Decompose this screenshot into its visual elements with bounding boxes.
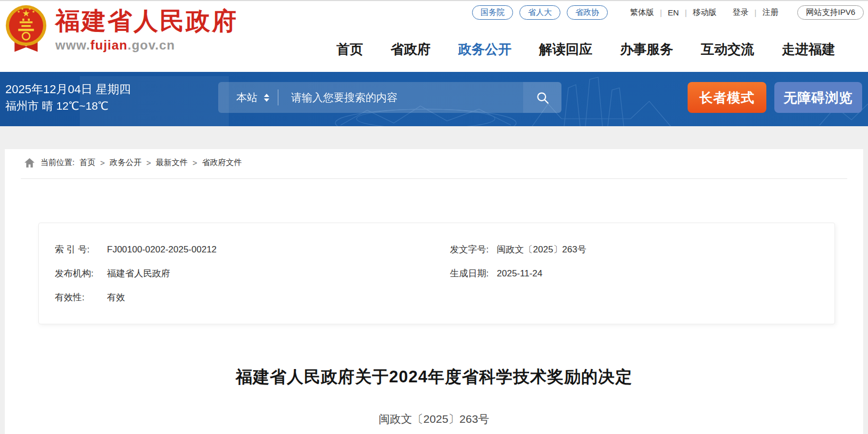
breadcrumb: 当前位置: 首页 > 政务公开 > 最新文件 > 省政府文件 — [5, 149, 863, 168]
link-state-council[interactable]: 国务院 — [472, 5, 513, 20]
docnum-label: 发文字号: — [450, 243, 497, 256]
content-card: 当前位置: 首页 > 政务公开 > 最新文件 > 省政府文件 索 引 号: FJ… — [5, 149, 863, 434]
validity-value: 有效 — [107, 291, 125, 304]
docnum-value: 闽政文〔2025〕263号 — [497, 243, 586, 256]
search-scope-value: 本站 — [236, 91, 258, 105]
search-icon — [535, 91, 550, 105]
doc-info-issuer: 发布机构: 福建省人民政府 — [39, 261, 429, 285]
nav-interaction[interactable]: 互动交流 — [701, 40, 754, 58]
current-date: 2025年12月04日 星期四 — [5, 81, 131, 97]
search-scope-select[interactable]: 本站 — [236, 91, 269, 105]
doc-info-docnum: 发文字号: 闽政文〔2025〕263号 — [429, 238, 834, 261]
doc-info-index: 索 引 号: FJ00100-0202-2025-00212 — [39, 238, 429, 261]
doc-info-validity: 有效性: 有效 — [39, 285, 429, 309]
issuer-label: 发布机构: — [55, 267, 107, 280]
nav-provincial-government[interactable]: 省政府 — [391, 40, 431, 58]
search-input[interactable] — [278, 82, 523, 113]
search-button[interactable] — [523, 82, 561, 113]
page: 福建省人民政府 www.fujian.gov.cn 国务院 省人大 省政协 繁体… — [0, 0, 868, 434]
doc-info-box: 索 引 号: FJ00100-0202-2025-00212 发文字号: 闽政文… — [38, 223, 835, 324]
register-link[interactable]: 注册 — [762, 7, 778, 18]
main-nav: 首页 省政府 政务公开 解读回应 办事服务 互动交流 走进福建 — [336, 40, 835, 58]
weather-info: 福州市 晴 12℃~18℃ — [5, 99, 131, 113]
gray-strip — [0, 126, 868, 149]
select-arrows-icon — [264, 94, 269, 102]
site-url: www.fujian.gov.cn — [55, 38, 238, 53]
site-header: 福建省人民政府 www.fujian.gov.cn 国务院 省人大 省政协 繁体… — [0, 0, 868, 72]
national-emblem-icon — [5, 4, 47, 55]
accessibility-button[interactable]: 无障碍浏览 — [774, 82, 862, 113]
doc-info-empty-cell — [429, 285, 834, 309]
search-bar: 本站 — [218, 82, 561, 113]
banner: 2025年12月04日 星期四 福州市 晴 12℃~18℃ 本站 长者模式 无障… — [0, 72, 868, 126]
index-value: FJ00100-0202-2025-00212 — [107, 244, 217, 255]
issuer-value: 福建省人民政府 — [107, 267, 170, 280]
link-mobile-version[interactable]: 移动版 — [693, 7, 717, 18]
nav-government-disclosure[interactable]: 政务公开 — [458, 40, 511, 58]
login-link[interactable]: 登录 — [733, 7, 749, 18]
breadcrumb-divider — [21, 178, 847, 179]
elder-mode-button[interactable]: 长者模式 — [688, 82, 766, 113]
nav-services[interactable]: 办事服务 — [620, 40, 673, 58]
nav-home[interactable]: 首页 — [336, 40, 363, 58]
gendate-label: 生成日期: — [450, 267, 497, 280]
quick-links: 国务院 省人大 省政协 繁体版 | EN | 移动版 登录 | 注册 网站支持I… — [472, 5, 864, 20]
article-doc-number: 闽政文〔2025〕263号 — [5, 412, 863, 427]
doc-info-generation-date: 生成日期: 2025-11-24 — [429, 261, 834, 285]
breadcrumb-gov-disclosure[interactable]: 政务公开 — [110, 158, 142, 168]
validity-label: 有效性: — [55, 291, 107, 304]
link-provincial-cppcc[interactable]: 省政协 — [567, 5, 608, 20]
site-logo[interactable]: 福建省人民政府 www.fujian.gov.cn — [5, 4, 238, 55]
nav-interpretation[interactable]: 解读回应 — [539, 40, 592, 58]
nav-about-fujian[interactable]: 走进福建 — [782, 40, 835, 58]
auth-links: 登录 | 注册 — [733, 7, 779, 18]
language-links: 繁体版 | EN | 移动版 — [630, 7, 717, 18]
gendate-value: 2025-11-24 — [497, 268, 543, 279]
site-title: 福建省人民政府 — [55, 7, 238, 35]
article-title: 福建省人民政府关于2024年度省科学技术奖励的决定 — [5, 366, 863, 388]
breadcrumb-home[interactable]: 首页 — [79, 158, 95, 168]
breadcrumb-prefix: 当前位置: — [40, 158, 75, 168]
breadcrumb-current: 省政府文件 — [202, 158, 242, 168]
ipv6-badge[interactable]: 网站支持IPV6 — [797, 5, 864, 20]
index-label: 索 引 号: — [55, 243, 107, 256]
datetime-block: 2025年12月04日 星期四 福州市 晴 12℃~18℃ — [5, 81, 131, 113]
home-icon — [24, 158, 35, 168]
link-english[interactable]: EN — [668, 8, 679, 17]
link-provincial-congress[interactable]: 省人大 — [519, 5, 560, 20]
link-traditional-chinese[interactable]: 繁体版 — [630, 7, 654, 18]
breadcrumb-latest-documents[interactable]: 最新文件 — [156, 158, 188, 168]
